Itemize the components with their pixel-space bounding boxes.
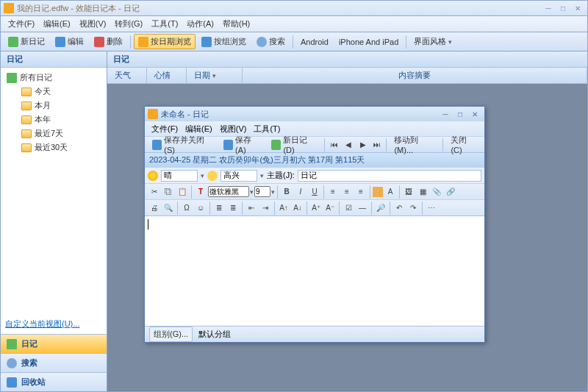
align-right-button[interactable]: ≡	[354, 185, 368, 199]
paste-button[interactable]: 📋	[176, 185, 189, 199]
format-toolbar-1: ✂ ⿻ 📋 T ▾ ▾ B I U ≡ ≡ ≡	[145, 183, 484, 199]
menu-action[interactable]: 动作(A)	[182, 17, 218, 31]
tree-all-diaries[interactable]: 所有日记	[4, 71, 104, 85]
customize-view-link[interactable]: 自定义当前视图(U)...	[5, 319, 79, 328]
outdent-button[interactable]: ⇤	[245, 202, 258, 215]
hr-button[interactable]: —	[356, 202, 369, 215]
align-left-button[interactable]: ≡	[326, 185, 340, 199]
window-controls: ─ □ ✕	[542, 3, 584, 13]
editor-close-button[interactable]: ✕	[468, 109, 481, 119]
topic-label: 主题(J):	[267, 170, 295, 181]
editor-textarea[interactable]	[145, 215, 484, 326]
underline-button[interactable]: U	[308, 185, 321, 199]
font-name-select[interactable]	[208, 186, 249, 197]
insert-image-button[interactable]: 🖼	[402, 185, 415, 199]
menu-goto[interactable]: 转到(G)	[110, 17, 147, 31]
topic-input[interactable]	[298, 170, 481, 182]
tree-this-month[interactable]: 本月	[4, 99, 104, 113]
x-icon	[94, 37, 104, 47]
tree-today[interactable]: 今天	[4, 85, 104, 99]
nav-search[interactable]: 搜索	[1, 353, 107, 372]
nav-prev-button[interactable]: ◀	[343, 138, 355, 152]
maximize-button[interactable]: □	[556, 3, 570, 13]
nav-recycle[interactable]: 回收站	[1, 372, 107, 391]
menu-help[interactable]: 帮助(H)	[218, 17, 254, 31]
find-button[interactable]: 🔎	[374, 202, 387, 215]
nav-last-button[interactable]: ⏭	[370, 138, 383, 152]
nav-first-button[interactable]: ⏮	[328, 138, 340, 152]
menu-edit[interactable]: 编辑(E)	[39, 17, 75, 31]
tree-last-30-days[interactable]: 最近30天	[4, 140, 104, 154]
redo-button[interactable]: ↷	[406, 202, 420, 215]
edit-button[interactable]: 编辑	[51, 34, 88, 49]
content-area: 日记 天气 心情 日期 ▾ 内容摘要 未命名 - 日记 ─ □ ✕	[107, 51, 587, 391]
ui-style-button[interactable]: 界面风格 ▾	[409, 34, 456, 49]
editor-minimize-button[interactable]: ─	[439, 109, 452, 119]
insert-table-button[interactable]: ▦	[416, 185, 429, 199]
col-date[interactable]: 日期 ▾	[187, 68, 243, 83]
symbol-button[interactable]: Ω	[180, 202, 193, 215]
move-to-button[interactable]: 移动到(M)...	[390, 132, 440, 157]
menu-file[interactable]: 文件(F)	[4, 17, 39, 31]
col-weather[interactable]: 天气	[107, 68, 147, 83]
bullet-list-button[interactable]: ≣	[212, 202, 226, 215]
font-size-select[interactable]	[254, 186, 270, 197]
italic-button[interactable]: I	[294, 185, 307, 199]
superscript-button[interactable]: A↑	[277, 202, 290, 215]
search-icon	[7, 358, 17, 368]
main-titlebar: 我的日记.edfw - 效能日记本 - 日记 ─ □ ✕	[0, 0, 588, 16]
font-color-button[interactable]: T	[194, 185, 207, 199]
mood-input[interactable]	[220, 170, 257, 182]
disk-icon	[223, 140, 233, 150]
col-mood[interactable]: 心情	[147, 68, 187, 83]
new-diary-button[interactable]: 新日记	[4, 34, 49, 49]
save-button[interactable]: 保存(A)	[219, 132, 265, 157]
highlight-button[interactable]	[373, 187, 383, 197]
nav-diary[interactable]: 日记	[1, 334, 107, 353]
android-button[interactable]: Android	[296, 35, 333, 49]
decrease-font-button[interactable]: A⁻	[323, 202, 337, 215]
attach-button[interactable]: 📎	[430, 185, 443, 199]
tree-last-7-days[interactable]: 最近7天	[4, 126, 104, 140]
bold-button[interactable]: B	[280, 185, 293, 199]
minimize-button[interactable]: ─	[542, 3, 555, 13]
editor-maximize-button[interactable]: □	[453, 109, 467, 119]
group-button[interactable]: 组别(G)...	[149, 327, 193, 342]
close-button-sub[interactable]: 关闭(C)	[446, 132, 481, 157]
text-color-button[interactable]: A	[384, 185, 397, 199]
diary-editor-window: 未命名 - 日记 ─ □ ✕ 文件(F) 编辑(E) 视图(V) 工具(T) 保…	[144, 106, 485, 343]
nav-buttons: 日记 搜索 回收站	[1, 334, 107, 391]
nav-next-button[interactable]: ▶	[356, 138, 369, 152]
align-center-button[interactable]: ≡	[340, 185, 354, 199]
main-toolbar: 新日记 编辑 删除 按日期浏览 按组浏览 搜索 Android iPhone A…	[0, 32, 588, 51]
tree-this-year[interactable]: 本年	[4, 113, 104, 126]
iphone-button[interactable]: iPhone And iPad	[334, 35, 403, 49]
browse-by-date-button[interactable]: 按日期浏览	[134, 34, 196, 49]
menu-tools[interactable]: 工具(T)	[147, 17, 182, 31]
pencil-icon	[55, 37, 65, 47]
copy-button[interactable]: ⿻	[162, 185, 175, 199]
plus-icon	[8, 37, 18, 47]
menu-view[interactable]: 视图(V)	[75, 17, 111, 31]
save-close-button[interactable]: 保存并关闭(S)	[148, 132, 218, 157]
delete-button[interactable]: 删除	[90, 34, 127, 49]
subscript-button[interactable]: A↓	[291, 202, 304, 215]
browse-by-group-button[interactable]: 按组浏览	[197, 34, 251, 49]
indent-button[interactable]: ⇥	[259, 202, 272, 215]
emoji-button[interactable]: ☺	[194, 202, 207, 215]
col-summary[interactable]: 内容摘要	[243, 68, 587, 83]
cut-button[interactable]: ✂	[148, 185, 161, 199]
increase-font-button[interactable]: A⁺	[309, 202, 323, 215]
new-diary-button-sub[interactable]: 新日记(D)	[267, 132, 321, 157]
print-button[interactable]: 🖨	[148, 202, 161, 215]
search-button[interactable]: 搜索	[252, 34, 290, 49]
link-button[interactable]: 🔗	[444, 185, 457, 199]
close-button[interactable]: ✕	[571, 3, 584, 13]
undo-button[interactable]: ↶	[392, 202, 406, 215]
number-list-button[interactable]: ≣	[226, 202, 240, 215]
preview-button[interactable]: 🔍	[162, 202, 175, 215]
more-button[interactable]: ⋯	[425, 202, 438, 215]
weather-input[interactable]	[161, 170, 198, 182]
folder-icon	[21, 101, 32, 110]
checkbox-button[interactable]: ☑	[342, 202, 355, 215]
